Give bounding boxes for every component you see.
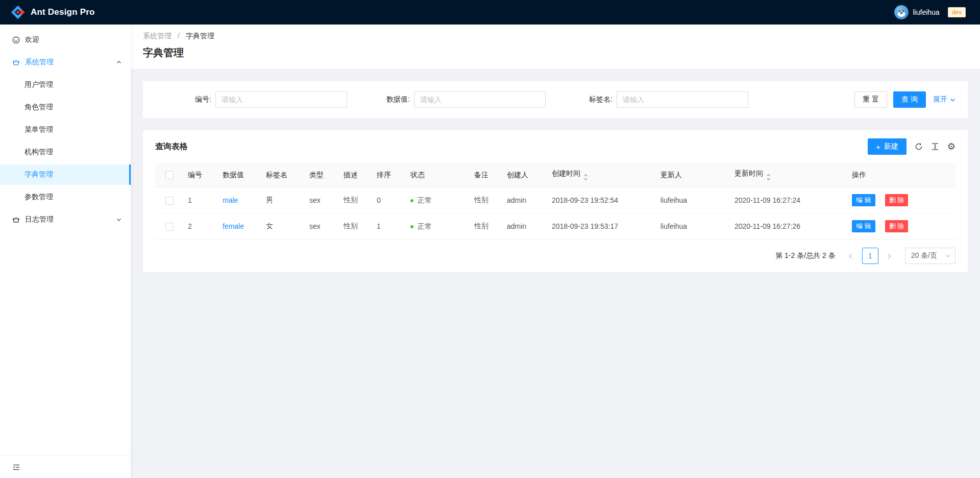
app-header: Ant Design Pro liufeihua dev bbox=[0, 0, 980, 25]
column-header-sort: 排序 bbox=[373, 163, 406, 187]
sidebar-item-welcome[interactable]: 欢迎 bbox=[0, 30, 131, 50]
status-dot-icon bbox=[410, 199, 413, 202]
expand-label: 展开 bbox=[933, 95, 947, 104]
sidebar-item-label: 角色管理 bbox=[24, 103, 53, 112]
filter-fields: 编号: 数据值: 标签名: bbox=[155, 91, 854, 108]
select-all-checkbox[interactable] bbox=[165, 171, 174, 179]
settings-gear-icon[interactable]: ⚙ bbox=[947, 142, 955, 151]
column-header-updated[interactable]: 更新时间 bbox=[730, 163, 848, 187]
new-button[interactable]: + 新建 bbox=[868, 138, 906, 155]
sort-carets-icon[interactable] bbox=[766, 174, 771, 181]
breadcrumb-current: 字典管理 bbox=[186, 32, 214, 40]
tag-input[interactable] bbox=[617, 91, 748, 108]
value-link[interactable]: male bbox=[223, 196, 238, 204]
prev-page-icon[interactable] bbox=[844, 248, 858, 264]
cell-updater: liufeihua bbox=[656, 213, 730, 240]
cell-created: 2018-09-23 19:53:17 bbox=[548, 213, 656, 240]
sidebar-item-label: 用户管理 bbox=[24, 80, 53, 89]
column-header-tag: 标签名 bbox=[262, 163, 305, 187]
cell-tag: 男 bbox=[262, 187, 305, 213]
cell-remark: 性别 bbox=[470, 213, 503, 240]
cell-sort: 0 bbox=[373, 187, 406, 213]
menu-collapse-icon[interactable] bbox=[12, 463, 20, 471]
cell-updater: liufeihua bbox=[656, 187, 730, 213]
pagination: 第 1-2 条/总共 2 条 1 20 条/页 bbox=[143, 240, 968, 272]
filter-field-value: 数据值: bbox=[358, 91, 560, 108]
cell-tag: 女 bbox=[262, 213, 305, 240]
chevron-down-icon bbox=[116, 217, 121, 222]
edit-button[interactable]: 编 辑 bbox=[852, 194, 875, 206]
search-button[interactable]: 查 询 bbox=[893, 91, 926, 108]
filter-field-tag: 标签名: bbox=[560, 91, 763, 108]
status-badge: 正常 bbox=[410, 222, 432, 231]
sidebar-item-menus[interactable]: 菜单管理 bbox=[0, 119, 131, 140]
sort-carets-icon[interactable] bbox=[583, 174, 588, 181]
page-header: 系统管理 / 字典管理 字典管理 bbox=[131, 25, 980, 69]
value-input[interactable] bbox=[414, 91, 546, 108]
sidebar-item-label: 欢迎 bbox=[25, 35, 39, 44]
sidebar-item-label: 系统管理 bbox=[25, 58, 54, 67]
column-header-creator: 创建人 bbox=[503, 163, 548, 187]
sidebar-group-system[interactable]: 系统管理 bbox=[0, 52, 131, 73]
id-input[interactable] bbox=[215, 91, 347, 108]
sidebar-item-params[interactable]: 参数管理 bbox=[0, 187, 131, 207]
expand-link[interactable]: 展开 bbox=[933, 95, 955, 104]
reload-icon[interactable] bbox=[915, 142, 923, 151]
table-card: 查询表格 + 新建 bbox=[143, 130, 968, 272]
crown-icon bbox=[12, 59, 20, 66]
cell-created: 2018-09-23 19:52:54 bbox=[548, 187, 656, 213]
column-height-icon[interactable] bbox=[931, 142, 939, 151]
username[interactable]: liufeihua bbox=[913, 8, 939, 16]
edit-button[interactable]: 编 辑 bbox=[852, 220, 875, 232]
chevron-up-icon bbox=[116, 60, 121, 65]
value-link[interactable]: female bbox=[223, 222, 244, 230]
cell-updated: 2020-11-09 16:27:26 bbox=[730, 213, 848, 240]
sidebar-item-roles[interactable]: 角色管理 bbox=[0, 97, 131, 117]
page-number[interactable]: 1 bbox=[862, 248, 878, 264]
tag-field-label: 标签名: bbox=[560, 95, 617, 104]
next-page-icon[interactable] bbox=[883, 248, 897, 264]
cell-type: sex bbox=[305, 213, 339, 240]
delete-button[interactable]: 删 除 bbox=[885, 194, 909, 206]
breadcrumb-separator: / bbox=[178, 32, 180, 40]
row-checkbox[interactable] bbox=[165, 197, 174, 205]
cell-type: sex bbox=[305, 187, 339, 213]
chevron-down-icon bbox=[950, 97, 955, 103]
column-header-status: 状态 bbox=[406, 163, 470, 187]
page-content: 编号: 数据值: 标签名: 重 置 查 询 展开 bbox=[131, 69, 980, 284]
app-logo[interactable]: Ant Design Pro bbox=[10, 5, 95, 20]
row-checkbox[interactable] bbox=[165, 223, 174, 231]
sidebar-item-label: 参数管理 bbox=[24, 193, 53, 202]
column-header-desc: 描述 bbox=[339, 163, 373, 187]
table-row: 2 female 女 sex 性别 1 正常 性别 admin 2018-09-… bbox=[155, 213, 956, 240]
plus-icon: + bbox=[876, 143, 880, 151]
smile-icon bbox=[12, 36, 20, 44]
action-divider bbox=[880, 197, 880, 204]
sidebar-group-logs[interactable]: 日志管理 bbox=[0, 209, 131, 230]
sidebar-footer bbox=[0, 456, 131, 478]
column-header-actions: 操作 bbox=[848, 163, 956, 187]
new-button-label: 新建 bbox=[884, 142, 898, 151]
delete-button[interactable]: 删 除 bbox=[885, 220, 909, 232]
reset-button[interactable]: 重 置 bbox=[854, 91, 887, 108]
status-dot-icon bbox=[410, 225, 413, 228]
cell-updated: 2020-11-09 16:27:24 bbox=[730, 187, 848, 213]
page-size-value: 20 条/页 bbox=[911, 251, 937, 260]
search-filter-card: 编号: 数据值: 标签名: 重 置 查 询 展开 bbox=[143, 81, 968, 118]
table-row: 1 male 男 sex 性别 0 正常 性别 admin 2018-09-23… bbox=[155, 187, 956, 213]
table-header-row: 编号 数据值 标签名 类型 描述 排序 状态 备注 创建人 创建时间 bbox=[155, 163, 956, 187]
user-avatar[interactable] bbox=[894, 5, 909, 19]
value-field-label: 数据值: bbox=[358, 95, 414, 104]
ant-design-logo-icon bbox=[10, 5, 26, 20]
breadcrumb-parent[interactable]: 系统管理 bbox=[143, 32, 172, 40]
column-header-created[interactable]: 创建时间 bbox=[548, 163, 656, 187]
sidebar-item-orgs[interactable]: 机构管理 bbox=[0, 142, 131, 162]
column-header-id: 编号 bbox=[184, 163, 218, 187]
column-header-value: 数据值 bbox=[218, 163, 262, 187]
sidebar: 欢迎 系统管理 用户管理 角色管理 菜单管理 机构管理 bbox=[0, 25, 131, 478]
id-field-label: 编号: bbox=[155, 95, 215, 104]
pagination-total: 第 1-2 条/总共 2 条 bbox=[775, 251, 835, 260]
sidebar-item-users[interactable]: 用户管理 bbox=[0, 75, 131, 95]
sidebar-item-dict[interactable]: 字典管理 bbox=[0, 164, 131, 185]
page-size-select[interactable]: 20 条/页 bbox=[905, 248, 955, 264]
